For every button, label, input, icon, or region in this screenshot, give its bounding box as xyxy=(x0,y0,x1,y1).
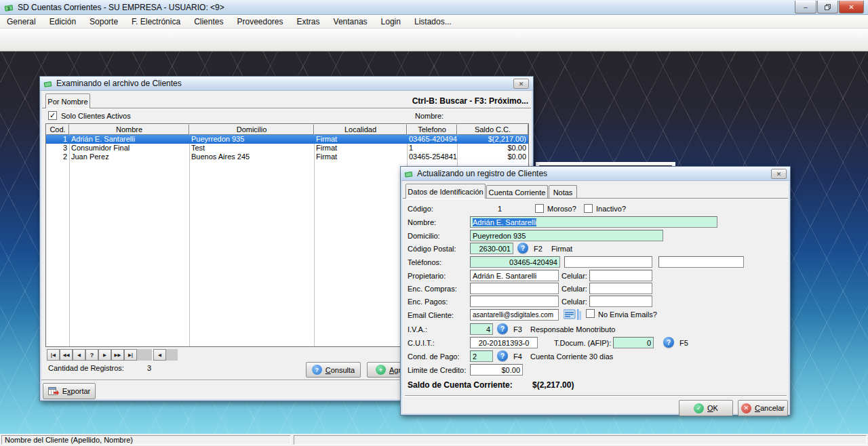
only-active-checkbox[interactable]: ✓ xyxy=(48,111,57,120)
cell-localidad: Firmat xyxy=(314,153,407,161)
no-emails-checkbox[interactable] xyxy=(586,309,595,318)
menu-login[interactable]: Login xyxy=(374,15,408,28)
records-count-value: 3 xyxy=(147,364,151,372)
cell-telefono: 03465-254841 xyxy=(407,153,457,161)
ok-check-icon: ✓ xyxy=(694,403,704,413)
app-titlebar: $ SD Cuentas Corrientes - SU EMPRESA - U… xyxy=(0,0,868,15)
records-count-label: Cantidad de Registros: xyxy=(48,364,124,372)
email-label: Email Cliente: xyxy=(408,311,454,319)
table-row[interactable]: 3 Consumidor Final Test Firmat 1 $0.00 xyxy=(46,144,528,153)
menu-extras[interactable]: Extras xyxy=(290,15,327,28)
tab-cuenta-corriente[interactable]: Cuenta Corriente xyxy=(486,185,548,199)
grid-scroll-track[interactable] xyxy=(166,349,178,361)
only-active-label: Solo Clientes Activos xyxy=(61,112,131,120)
celular1-input[interactable] xyxy=(589,270,652,281)
close-button[interactable]: ✕ xyxy=(839,1,864,14)
menu-listados[interactable]: Listados... xyxy=(408,15,458,28)
propietario-input[interactable]: Adrián E. Santarelli xyxy=(470,270,559,281)
menu-general[interactable]: General xyxy=(0,15,43,28)
celular3-label: Celular: xyxy=(561,298,587,306)
grid-prev-button[interactable]: ◀ xyxy=(73,349,85,361)
domicilio-input[interactable]: Pueyrredon 935 xyxy=(470,230,663,241)
grid-scroll-left-button[interactable]: ◀ xyxy=(153,349,166,361)
search-hint: Ctrl-B: Buscar - F3: Próximo... xyxy=(325,96,528,106)
col-header-cod[interactable]: Cod. xyxy=(46,124,69,135)
menu-ventanas[interactable]: Ventanas xyxy=(327,15,374,28)
moroso-checkbox[interactable] xyxy=(535,204,544,213)
dialog-close-button[interactable]: ✕ xyxy=(771,169,787,179)
browser-close-button[interactable]: ✕ xyxy=(513,79,529,89)
cond-pago-input[interactable]: 2 xyxy=(470,350,493,362)
enc-compras-label: Enc. Compras: xyxy=(408,285,457,293)
tab-por-nombre[interactable]: Por Nombre xyxy=(45,94,90,108)
grid-last-button[interactable]: ▶| xyxy=(124,349,137,361)
exportar-label: Exportar xyxy=(62,387,91,395)
iva-input[interactable]: 4 xyxy=(470,323,493,335)
email-compose-icon[interactable] xyxy=(564,308,581,321)
inactivo-checkbox[interactable] xyxy=(584,204,593,213)
consulta-button[interactable]: ? Consulta xyxy=(306,362,361,378)
codigo-postal-input[interactable]: 2630-001 xyxy=(470,243,513,254)
cell-nombre: Juan Perez xyxy=(69,153,189,161)
no-emails-label: No Envia Emails? xyxy=(598,310,657,319)
telefonos-label: Teléfonos: xyxy=(408,258,441,266)
minimize-button[interactable]: – xyxy=(795,1,816,14)
cancelar-button[interactable]: ✕ Cancelar xyxy=(738,400,788,416)
telefono1-input[interactable]: 03465-420494 xyxy=(470,256,560,268)
tab-datos-identificacion[interactable]: Datos de Identificación xyxy=(406,184,486,199)
tab-notas[interactable]: Notas xyxy=(549,185,577,199)
col-header-domicilio[interactable]: Domicilio xyxy=(189,124,314,135)
grid-search-button[interactable]: ? xyxy=(85,349,98,361)
menu-soporte[interactable]: Soporte xyxy=(83,15,125,28)
enc-pagos-input[interactable] xyxy=(470,296,559,307)
iva-fkey: F3 xyxy=(513,325,522,333)
col-header-localidad[interactable]: Localidad xyxy=(314,124,407,135)
cond-pago-help-icon[interactable]: ? xyxy=(497,350,508,361)
grid-next-button[interactable]: ▶ xyxy=(98,349,111,361)
cuit-label: C.U.I.T.: xyxy=(408,339,435,347)
cuit-input[interactable]: 20-20181393-0 xyxy=(470,337,538,348)
table-row[interactable]: 2 Juan Perez Buenos Aires 245 Firmat 034… xyxy=(46,153,528,161)
menu-edicion[interactable]: Edición xyxy=(43,15,83,28)
celular2-input[interactable] xyxy=(589,283,652,294)
celular3-input[interactable] xyxy=(589,296,652,307)
cell-domicilio: Pueyrredon 935 xyxy=(189,135,314,144)
saldo-label: Saldo de Cuenta Corriente: xyxy=(408,380,513,390)
grid-fast-next-button[interactable]: ▶▶ xyxy=(111,349,124,361)
col-header-nombre[interactable]: Nombre xyxy=(69,124,189,135)
col-header-saldo[interactable]: Saldo C.C. xyxy=(457,124,528,135)
grid-first-button[interactable]: |◀ xyxy=(47,349,60,361)
menu-f-electronica[interactable]: F. Electrónica xyxy=(125,15,187,28)
cond-pago-label: Cond. de Pago: xyxy=(408,352,459,361)
browser-window-title: Examinando el archivo de Clientes xyxy=(56,79,182,88)
menu-proveedores[interactable]: Proveedores xyxy=(230,15,290,28)
cell-nombre: Adrián E. Santarelli xyxy=(69,135,189,144)
tdocum-input[interactable]: 0 xyxy=(613,337,654,348)
telefono2-input[interactable] xyxy=(564,256,652,268)
saldo-value: $(2,217.00) xyxy=(532,380,574,390)
telefono3-input[interactable] xyxy=(658,256,744,268)
nombre-selected-text: Adrián E. Santarelli xyxy=(473,218,536,226)
domicilio-label: Domicilio: xyxy=(408,232,440,240)
table-row-selected[interactable]: 1 Adrián E. Santarelli Pueyrredon 935 Fi… xyxy=(46,135,528,144)
col-header-telefono[interactable]: Telefono xyxy=(407,124,457,135)
menu-clientes[interactable]: Clientes xyxy=(187,15,230,28)
codigo-postal-help-icon[interactable]: ? xyxy=(517,243,528,254)
enc-compras-input[interactable] xyxy=(470,283,559,294)
tdocum-fkey: F5 xyxy=(679,339,688,347)
svg-text:$: $ xyxy=(7,6,10,12)
email-input[interactable]: asantarelli@sdigitales.com xyxy=(470,309,559,321)
cell-domicilio: Test xyxy=(189,144,314,153)
iva-help-icon[interactable]: ? xyxy=(497,323,508,334)
grid-fast-prev-button[interactable]: ◀◀ xyxy=(60,349,73,361)
nombre-input[interactable]: Adrián E. Santarelli xyxy=(470,216,717,228)
ok-button[interactable]: ✓ OK xyxy=(679,400,733,416)
restore-button[interactable] xyxy=(817,1,838,14)
iva-label: I.V.A.: xyxy=(408,325,427,333)
tdocum-help-icon[interactable]: ? xyxy=(663,337,674,348)
inactivo-label: Inactivo? xyxy=(596,205,626,213)
limite-credito-input[interactable]: $0.00 xyxy=(470,364,523,376)
exportar-button[interactable]: Exportar xyxy=(43,383,96,399)
limite-credito-label: Limite de Credito: xyxy=(408,366,466,374)
grid-scroll-thumb[interactable] xyxy=(137,349,152,361)
